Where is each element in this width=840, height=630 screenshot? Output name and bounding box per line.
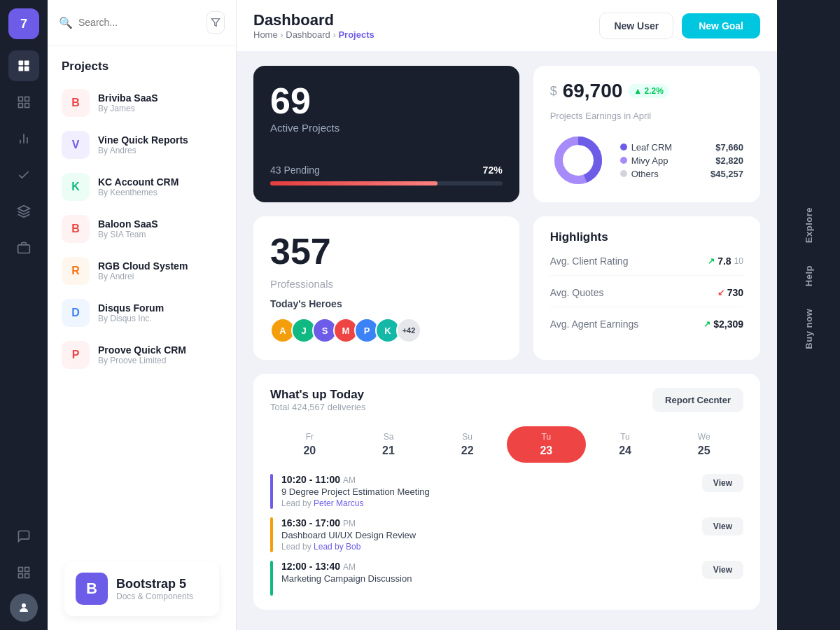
highlight-row-earnings: Avg. Agent Earnings ↗ $2,309	[550, 318, 743, 330]
cards-row-2: 357 Professionals Today's Heroes A J S M…	[253, 216, 760, 360]
nav-dashboard[interactable]	[8, 50, 39, 81]
svg-rect-4	[19, 97, 23, 102]
event-ampm-3: AM	[343, 562, 356, 572]
event-lead-1: Lead by Peter Marcus	[281, 498, 694, 508]
search-icon: 🔍	[59, 16, 73, 29]
amount-mivy: $2,820	[710, 155, 743, 166]
sidebar-item-name-5: Disqus Forum	[98, 302, 164, 314]
calendar-day-21[interactable]: Sa 21	[349, 426, 428, 463]
right-tab-help[interactable]: Help	[797, 254, 821, 298]
sidebar-item-text-4: RGB Cloud System By Andrei	[98, 260, 188, 281]
calendar-day-22[interactable]: Su 22	[428, 426, 507, 463]
sidebar-item-0[interactable]: B Briviba SaaS By James	[56, 82, 227, 124]
sidebar-item-name-0: Briviba SaaS	[98, 92, 158, 104]
svg-rect-7	[19, 104, 23, 108]
calendar-days: Fr 20 Sa 21 Su 22 Tu 23	[270, 426, 743, 463]
filter-button[interactable]	[206, 11, 225, 34]
sidebar-item-2[interactable]: K KC Account CRM By Keenthemes	[56, 166, 227, 208]
event-ampm-2: PM	[343, 519, 356, 528]
arrow-down-icon: ↙	[718, 288, 724, 298]
view-button-3[interactable]: View	[702, 561, 743, 579]
highlight-val-earnings: ↗ $2,309	[704, 318, 743, 330]
avatar-more: +42	[396, 318, 421, 343]
calendar-day-25[interactable]: We 25	[664, 426, 743, 463]
breadcrumb-dashboard[interactable]: Dashboard	[286, 29, 330, 40]
event-title-3: Marketing Campaign Discussion	[281, 573, 694, 584]
calendar-day-24[interactable]: Tu 24	[586, 426, 665, 463]
events-list: 10:20 - 11:00 AM 9 Degree Project Estima…	[270, 474, 743, 596]
sidebar-item-text-5: Disqus Forum By Disqus Inc.	[98, 302, 164, 323]
user-avatar[interactable]	[10, 594, 38, 622]
nav-layers[interactable]	[8, 196, 39, 227]
nav-bar-chart[interactable]	[8, 123, 39, 154]
card-highlights: Highlights Avg. Client Rating ↗ 7.8 10 A…	[533, 216, 760, 360]
svg-rect-3	[24, 66, 29, 71]
right-tab-buy[interactable]: Buy now	[797, 298, 821, 360]
right-tab-explore[interactable]: Explore	[797, 196, 821, 254]
view-button-1[interactable]: View	[702, 474, 743, 492]
page-title: Dashboard	[253, 11, 374, 29]
sidebar-item-by-1: By Andres	[98, 146, 188, 155]
earnings-label: Projects Earnings in April	[550, 111, 743, 121]
event-time-1: 10:20 - 11:00 AM	[281, 474, 694, 485]
header-title-block: Dashboard Home › Dashboard › Projects	[253, 11, 374, 40]
nav-grid[interactable]	[8, 87, 39, 118]
new-goal-button[interactable]: New Goal	[682, 13, 760, 38]
highlight-val-rating: ↗ 7.8 10	[708, 255, 743, 267]
event-body-1: 10:20 - 11:00 AM 9 Degree Project Estima…	[281, 474, 694, 508]
event-3: 12:00 - 13:40 AM Marketing Campaign Disc…	[270, 561, 743, 596]
sidebar-item-icon-5: D	[62, 299, 90, 327]
app-avatar[interactable]: 7	[8, 8, 39, 39]
calendar-day-23-today[interactable]: Tu 23	[507, 426, 586, 463]
sidebar-item-3[interactable]: B Baloon SaaS By SIA Team	[56, 208, 227, 250]
event-1: 10:20 - 11:00 AM 9 Degree Project Estima…	[270, 474, 743, 509]
breadcrumb-home[interactable]: Home	[253, 29, 278, 40]
event-stripe-2	[270, 517, 273, 552]
card-earnings: $ 69,700 ▲ 2.2% Projects Earnings in Apr…	[533, 66, 760, 202]
event-stripe-1	[270, 474, 273, 509]
report-center-button[interactable]: Report Cecnter	[652, 388, 743, 412]
cards-row-1: 69 Active Projects 43 Pending 72% $ 69,7…	[253, 66, 760, 202]
arrow-up-icon: ↗	[708, 256, 715, 266]
sidebar-item-text-3: Baloon SaaS By SIA Team	[98, 218, 158, 239]
nav-briefcase[interactable]	[8, 232, 39, 263]
new-user-button[interactable]: New User	[599, 13, 673, 39]
dollar-sign: $	[550, 84, 557, 99]
pending-pct: 72%	[483, 164, 503, 176]
bootstrap-subtitle: Docs & Components	[116, 592, 193, 601]
event-body-2: 16:30 - 17:00 PM Dashboard UI/UX Design …	[281, 517, 694, 552]
view-button-2[interactable]: View	[702, 517, 743, 536]
sidebar-item-5[interactable]: D Disqus Forum By Disqus Inc.	[56, 292, 227, 334]
sidebar-item-by-0: By James	[98, 104, 158, 113]
sidebar-item-1[interactable]: V Vine Quick Reports By Andres	[56, 124, 227, 166]
event-2: 16:30 - 17:00 PM Dashboard UI/UX Design …	[270, 517, 743, 552]
event-stripe-3	[270, 561, 273, 596]
event-title-1: 9 Degree Project Estimation Meeting	[281, 486, 694, 497]
event-time-2: 16:30 - 17:00 PM	[281, 517, 694, 528]
svg-rect-1	[24, 61, 29, 66]
sidebar-item-6[interactable]: P Proove Quick CRM By Proove Limited	[56, 334, 227, 376]
nav-grid2[interactable]	[8, 557, 39, 588]
search-input[interactable]	[78, 17, 201, 28]
event-lead-link-2[interactable]: Lead by Bob	[314, 542, 360, 552]
legend-mivy-label: Mivy App	[631, 155, 668, 166]
legend-mivy-app: Mivy App	[620, 155, 673, 166]
calendar-sub: Total 424,567 deliveries	[270, 402, 366, 412]
svg-rect-15	[25, 574, 29, 578]
card-calendar: What's up Today Total 424,567 deliveries…	[253, 374, 760, 610]
sidebar-item-text-0: Briviba SaaS By James	[98, 92, 158, 113]
calendar-day-20[interactable]: Fr 20	[270, 426, 349, 463]
nav-message[interactable]	[8, 521, 39, 552]
sidebar-item-4[interactable]: R RGB Cloud System By Andrei	[56, 250, 227, 292]
sidebar-item-by-4: By Andrei	[98, 272, 188, 281]
earnings-chart-row: Leaf CRM Mivy App Others $7,660	[550, 132, 743, 188]
highlight-key-quotes: Avg. Quotes	[550, 287, 604, 298]
highlight-row-rating: Avg. Client Rating ↗ 7.8 10	[550, 255, 743, 276]
earnings-badge: ▲ 2.2%	[628, 84, 669, 98]
event-lead-link-1[interactable]: Peter Marcus	[314, 498, 363, 508]
svg-rect-12	[18, 245, 30, 253]
sidebar-item-text-6: Proove Quick CRM By Proove Limited	[98, 344, 186, 365]
card-active-projects: 69 Active Projects 43 Pending 72%	[253, 66, 519, 202]
nav-check[interactable]	[8, 160, 39, 190]
sidebar-item-name-3: Baloon SaaS	[98, 218, 158, 230]
